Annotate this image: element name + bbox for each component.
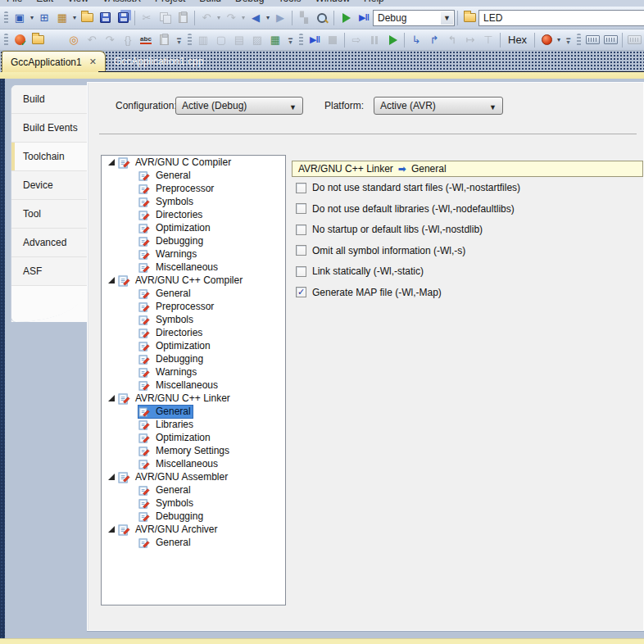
menu-build[interactable]: Build xyxy=(199,0,221,4)
find-references-icon[interactable] xyxy=(47,31,65,49)
tree-item-row[interactable]: Symbols xyxy=(102,497,285,510)
tree-item-row[interactable]: Miscellaneous xyxy=(102,261,285,274)
save-all-icon[interactable] xyxy=(114,9,132,27)
tree-group-row[interactable]: AVR/GNU C++ Linker xyxy=(102,392,285,405)
sidebar-tab-build-events[interactable]: Build Events xyxy=(11,114,87,143)
tree-item-row[interactable]: General xyxy=(102,405,285,418)
start-debugging-icon[interactable] xyxy=(337,9,355,27)
vassistx-icon[interactable] xyxy=(11,31,29,49)
tree-expanded-icon[interactable] xyxy=(108,395,115,401)
zoom-icon[interactable] xyxy=(313,9,331,27)
spell-check-icon[interactable]: abc xyxy=(137,31,155,49)
tree-item-row[interactable]: Debugging xyxy=(102,234,285,247)
new-file-icon[interactable]: ▦▾ xyxy=(53,9,71,27)
menu-vassistx[interactable]: VAssistX xyxy=(102,0,141,4)
tree-item-row[interactable]: General xyxy=(102,287,285,300)
tree-item-row[interactable]: Symbols xyxy=(102,313,285,326)
checkbox[interactable]: ✓ xyxy=(296,224,306,235)
tree-item-row[interactable]: Debugging xyxy=(102,352,285,365)
step-over-icon[interactable]: ↱ xyxy=(425,31,443,49)
menu-window[interactable]: Window xyxy=(315,0,350,4)
checkbox[interactable]: ✓ xyxy=(296,245,306,256)
find-in-files-icon[interactable] xyxy=(460,9,478,27)
va-open-file-icon[interactable] xyxy=(29,31,47,49)
navigate-backward-icon[interactable]: ◀▾ xyxy=(247,9,265,27)
tree-item-row[interactable]: Preprocessor xyxy=(102,300,285,313)
tree-item-row[interactable]: Optimization xyxy=(102,431,285,444)
new-project-icon[interactable]: ▣▾ xyxy=(11,9,29,27)
find-combo[interactable]: LED▼ xyxy=(478,10,644,26)
toolbar-grip[interactable] xyxy=(4,11,8,25)
watch-view-icon[interactable] xyxy=(601,31,619,49)
toolbar-overflow-icon[interactable] xyxy=(564,36,573,44)
save-icon[interactable] xyxy=(96,9,114,27)
menu-debug[interactable]: Debug xyxy=(235,0,264,4)
tree-item-row[interactable]: Warnings xyxy=(102,365,285,379)
tree-item-row[interactable]: Preprocessor xyxy=(102,182,285,195)
menu-file[interactable]: File xyxy=(7,0,22,4)
step-into-all-icon[interactable]: ▶‖ xyxy=(306,31,324,49)
breakpoint-icon[interactable]: ▾ xyxy=(537,31,556,49)
toolbar-grip[interactable] xyxy=(577,34,581,47)
menu-project[interactable]: Project xyxy=(155,0,185,4)
tree-group-row[interactable]: AVR/GNU C Compiler xyxy=(102,156,285,169)
toolbar-overflow-icon[interactable] xyxy=(286,36,295,44)
checkbox[interactable]: ✓ xyxy=(296,266,306,277)
checkbox[interactable]: ✓ xyxy=(296,183,306,193)
chevron-down-icon[interactable]: ▼ xyxy=(441,11,453,25)
platform-dropdown[interactable]: Active (AVR) ▼ xyxy=(374,97,503,115)
configuration-dropdown[interactable]: Active (Debug) ▼ xyxy=(175,97,303,115)
navigate-forward-icon[interactable]: ▶ xyxy=(271,9,289,27)
menu-help[interactable]: Help xyxy=(364,0,384,4)
tree-expanded-icon[interactable] xyxy=(108,474,115,480)
tree-item-row[interactable]: General xyxy=(102,536,285,549)
chevron-down-icon[interactable]: ▾ xyxy=(30,15,34,21)
tree-group-row[interactable]: AVR/GNU C++ Compiler xyxy=(102,274,285,287)
memory-view-icon[interactable] xyxy=(583,31,601,49)
tree-item-row[interactable]: Libraries xyxy=(102,418,285,431)
sidebar-tab-build[interactable]: Build xyxy=(11,85,87,114)
add-new-item-icon[interactable]: ⊞ xyxy=(35,9,53,27)
tree-item-row[interactable]: General xyxy=(102,169,285,182)
chevron-down-icon[interactable]: ▾ xyxy=(557,37,560,43)
toolbar-grip[interactable] xyxy=(188,34,192,47)
find-symbol-icon[interactable]: ◎ xyxy=(65,31,83,49)
hex-toggle[interactable]: Hex xyxy=(503,32,532,48)
sidebar-tab-tool[interactable]: Tool xyxy=(11,200,87,229)
image-editor-icon[interactable]: ▦ xyxy=(266,31,284,49)
toolbar-grip[interactable] xyxy=(4,34,8,47)
step-into-icon[interactable]: ↳ xyxy=(407,31,425,49)
tree-item-row[interactable]: Optimization xyxy=(102,339,285,352)
tree-expanded-icon[interactable] xyxy=(108,277,115,283)
continue-icon[interactable] xyxy=(383,31,401,49)
checkbox[interactable]: ✓ xyxy=(296,203,306,214)
tree-item-row[interactable]: Memory Settings xyxy=(102,444,285,457)
toolbar-overflow-icon[interactable] xyxy=(175,36,184,44)
chevron-down-icon[interactable]: ▾ xyxy=(266,15,270,21)
document-tab[interactable]: GccApplication1.cpp xyxy=(106,51,211,72)
checkbox[interactable]: ✓ xyxy=(296,287,306,297)
menu-edit[interactable]: Edit xyxy=(36,0,53,4)
tree-item-row[interactable]: Miscellaneous xyxy=(102,457,285,470)
tree-item-row[interactable]: General xyxy=(102,483,285,497)
sidebar-tab-advanced[interactable]: Advanced xyxy=(11,229,87,257)
solution-configurations-combo[interactable]: Debug▼ xyxy=(373,10,455,26)
tree-item-row[interactable]: Directories xyxy=(102,326,285,339)
sidebar-tab-toolchain[interactable]: Toolchain xyxy=(11,143,87,171)
chevron-down-icon[interactable]: ▾ xyxy=(242,15,245,21)
tree-expanded-icon[interactable] xyxy=(108,159,115,166)
tree-item-row[interactable]: Optimization xyxy=(102,221,285,234)
close-tab-icon[interactable]: ✕ xyxy=(89,57,97,67)
start-without-debugging-icon[interactable]: ▶‖ xyxy=(355,9,373,27)
tree-group-row[interactable]: AVR/GNU Assembler xyxy=(102,470,285,483)
tree-item-row[interactable]: Debugging xyxy=(102,510,285,523)
sidebar-tab-asf[interactable]: ASF xyxy=(11,257,87,286)
toolbar-grip[interactable] xyxy=(299,34,303,47)
chevron-down-icon[interactable]: ▾ xyxy=(217,15,220,21)
menu-tools[interactable]: Tools xyxy=(278,0,301,4)
tree-item-row[interactable]: Miscellaneous xyxy=(102,379,285,392)
open-file-icon[interactable] xyxy=(78,9,96,27)
tree-item-row[interactable]: Warnings xyxy=(102,247,285,261)
tree-item-row[interactable]: Directories xyxy=(102,208,285,221)
document-tab[interactable]: GccApplication1 ✕ xyxy=(2,51,106,72)
